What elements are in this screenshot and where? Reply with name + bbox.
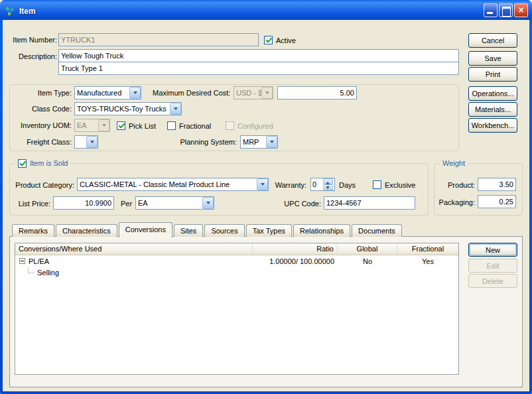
column-header-global[interactable]: Global: [338, 243, 397, 255]
column-header-fractional[interactable]: Fractional: [397, 243, 458, 255]
per-uom-select[interactable]: EA: [135, 196, 214, 210]
tab-sources[interactable]: Sources: [204, 224, 244, 237]
checkbox-box-icon: [18, 159, 27, 168]
conversion-global: No: [338, 257, 397, 265]
maximize-button[interactable]: [499, 3, 513, 17]
column-header-ratio[interactable]: Ratio: [253, 243, 338, 255]
checkbox-box-icon: [117, 121, 125, 130]
tab-remarks[interactable]: Remarks: [12, 224, 54, 237]
save-button[interactable]: Save: [468, 51, 517, 66]
checkbox-box-icon: [226, 121, 234, 130]
active-checkbox[interactable]: Active: [264, 35, 296, 45]
upc-code-label: UPC Code:: [280, 198, 321, 210]
tree-collapse-icon[interactable]: [19, 258, 25, 264]
conversion-fractional: Yes: [397, 257, 458, 265]
item-is-sold-label: Item is Sold: [30, 158, 68, 168]
freight-class-select[interactable]: [74, 135, 98, 149]
fractional-label: Fractional: [179, 122, 211, 130]
tab-documents[interactable]: Documents: [352, 224, 402, 237]
checkbox-box-icon: [264, 36, 273, 44]
inventory-uom-select[interactable]: EA: [74, 119, 110, 132]
tab-tax-types[interactable]: Tax Types: [246, 224, 292, 237]
configured-label: Configured: [237, 122, 273, 130]
item-type-label: Item Type:: [9, 87, 72, 99]
column-header-conversions[interactable]: Conversions/Where Used: [15, 243, 253, 255]
item-window: Item × Item Number: Active Description: …: [0, 0, 532, 394]
class-code-select[interactable]: TOYS-TRUCKS-Toy Trucks: [74, 102, 182, 115]
class-code-label: Class Code:: [9, 103, 72, 115]
warranty-field[interactable]: [311, 178, 323, 190]
spin-down-icon[interactable]: [323, 184, 333, 190]
conversion-name: Selling: [37, 269, 59, 277]
planning-system-select[interactable]: MRP: [240, 135, 278, 149]
list-price-label: List Price:: [12, 198, 50, 210]
fractional-checkbox[interactable]: Fractional: [167, 121, 211, 131]
new-button[interactable]: New: [468, 243, 517, 257]
tab-characteristics[interactable]: Characteristics: [56, 224, 117, 237]
warranty-label: Warranty:: [267, 179, 306, 191]
chevron-down-icon: [129, 87, 141, 99]
weight-legend-label: Weight: [442, 158, 465, 168]
edit-button: Edit: [468, 259, 517, 273]
days-label: Days: [339, 179, 356, 191]
print-button[interactable]: Print: [468, 67, 517, 82]
weight-packaging-field[interactable]: [478, 195, 516, 208]
spinner-buttons: [323, 178, 333, 190]
table-header-row: Conversions/Where Used Ratio Global Frac…: [15, 243, 458, 255]
description-line2-field[interactable]: [58, 62, 459, 75]
currency-select[interactable]: USD - $: [233, 86, 273, 99]
app-logo-icon: [5, 6, 15, 17]
freight-class-label: Freight Class:: [9, 136, 72, 148]
tab-bar: Remarks Characteristics Conversions Site…: [12, 222, 403, 237]
item-type-select[interactable]: Manufactured: [74, 86, 141, 99]
checkbox-box-icon: [167, 121, 176, 130]
window-controls: ×: [484, 3, 528, 17]
tree-branch-icon: [28, 267, 34, 273]
item-number-field[interactable]: [58, 33, 259, 46]
list-price-field[interactable]: [53, 196, 114, 210]
description-line1-field[interactable]: [58, 49, 459, 62]
operations-button[interactable]: Operations...: [468, 86, 517, 101]
warranty-spinner[interactable]: [310, 178, 335, 191]
description-label: Description:: [4, 50, 57, 62]
pick-list-checkbox[interactable]: Pick List: [117, 121, 156, 131]
weight-product-field[interactable]: [478, 178, 516, 191]
cancel-button[interactable]: Cancel: [468, 33, 517, 48]
spin-up-icon[interactable]: [323, 178, 333, 184]
workbench-button[interactable]: Workbench...: [468, 118, 517, 133]
table-row[interactable]: PL/EA 1.00000/ 100.00000 No Yes: [15, 255, 458, 267]
item-number-label: Item Number:: [4, 34, 57, 46]
active-label: Active: [276, 36, 296, 44]
chevron-down-icon: [170, 103, 181, 115]
titlebar[interactable]: Item ×: [0, 0, 532, 20]
tab-sites[interactable]: Sites: [174, 224, 203, 237]
tab-relationships[interactable]: Relationships: [293, 224, 350, 237]
chevron-down-icon: [202, 197, 214, 209]
dialog-body: Item Number: Active Description: Cancel …: [3, 20, 529, 391]
delete-button: Delete: [468, 274, 517, 288]
item-type-value: Manufactured: [75, 89, 129, 97]
conversions-table: Conversions/Where Used Ratio Global Frac…: [15, 243, 459, 375]
inventory-uom-label: Inventory UOM:: [9, 119, 72, 131]
upc-code-field[interactable]: [324, 196, 415, 210]
chevron-down-icon: [266, 136, 277, 148]
tab-conversions[interactable]: Conversions: [119, 222, 172, 237]
planning-system-label: Planning System:: [162, 136, 237, 148]
item-is-sold-checkbox[interactable]: Item is Sold: [18, 159, 68, 168]
inventory-uom-value: EA: [75, 121, 98, 129]
product-category-value: CLASSIC-METAL - Classic Metal Product Li…: [78, 180, 257, 188]
chevron-down-icon: [98, 119, 109, 131]
close-button[interactable]: ×: [514, 3, 528, 17]
chevron-down-icon: [261, 87, 273, 99]
materials-button[interactable]: Materials...: [468, 102, 517, 117]
currency-value: USD - $: [234, 89, 261, 97]
product-category-select[interactable]: CLASSIC-METAL - Classic Metal Product Li…: [77, 178, 269, 191]
table-row[interactable]: Selling: [15, 267, 458, 278]
max-cost-field[interactable]: [277, 86, 357, 99]
product-category-label: Product Category:: [12, 179, 74, 191]
minimize-button[interactable]: [484, 3, 498, 17]
conversion-ratio: 1.00000/ 100.00000: [253, 257, 338, 265]
configured-checkbox: Configured: [226, 121, 273, 131]
max-cost-label: Maximum Desired Cost:: [153, 87, 230, 99]
exclusive-checkbox[interactable]: Exclusive: [373, 180, 415, 190]
